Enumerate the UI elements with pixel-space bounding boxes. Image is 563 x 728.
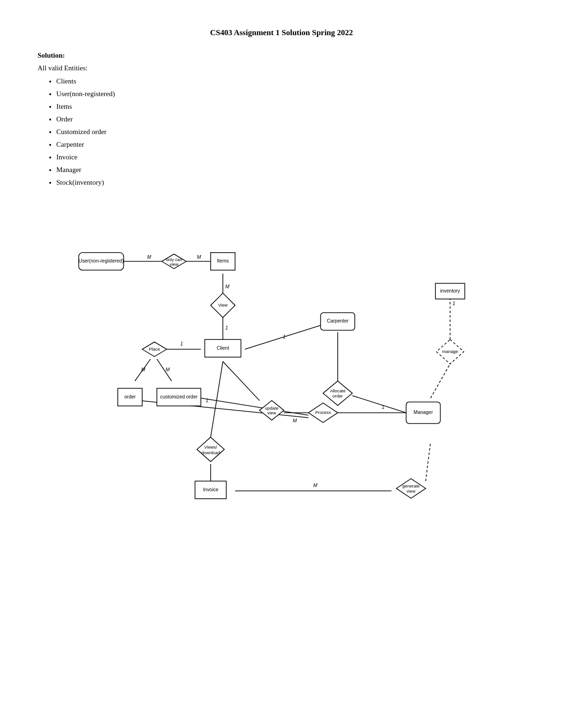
list-item: Carpenter bbox=[56, 138, 525, 151]
svg-line-15 bbox=[431, 364, 450, 398]
rel-generate-view-label: generate bbox=[403, 484, 420, 488]
list-item: Customized order bbox=[56, 126, 525, 138]
entity-order-label: order bbox=[124, 394, 136, 399]
rel-place-label: Place bbox=[149, 347, 160, 352]
card-m5: M bbox=[166, 367, 170, 372]
svg-line-20 bbox=[426, 442, 430, 481]
entity-customized-order-label: customized order bbox=[160, 394, 198, 399]
er-diagram-svg: M M M 1 1 M M 1 1 M 1 1 M bbox=[38, 208, 525, 559]
rel-allocate-order-label: Allocate bbox=[330, 389, 345, 393]
card-m3: M bbox=[225, 284, 229, 289]
entity-items-label: Items bbox=[217, 258, 228, 263]
list-item: Order bbox=[56, 113, 525, 126]
svg-line-9 bbox=[223, 361, 259, 400]
er-diagram: M M M 1 1 M M 1 1 M 1 1 M bbox=[38, 208, 525, 561]
card-1b: 1 bbox=[180, 341, 183, 346]
page-title: CS403 Assignment 1 Solution Spring 2022 bbox=[38, 28, 525, 38]
card-1a: 1 bbox=[225, 325, 228, 330]
entities-list: Clients User(non-registered) Items Order… bbox=[38, 75, 525, 189]
rel-generate-view-label2: view bbox=[407, 489, 416, 494]
card-m1: M bbox=[147, 255, 152, 260]
rel-update-view-label2: view bbox=[267, 411, 276, 415]
rel-view-label: View bbox=[218, 303, 228, 308]
rel-only-can-view-label: only can bbox=[166, 257, 182, 262]
card-1e: 1 bbox=[382, 405, 385, 410]
card-1c: 1 bbox=[206, 398, 209, 403]
entity-inventory-label: inventory bbox=[440, 288, 460, 293]
svg-line-14 bbox=[352, 396, 406, 413]
list-item: User(non-registered) bbox=[56, 88, 525, 100]
card-1f: 1 bbox=[453, 301, 456, 306]
svg-line-17 bbox=[211, 361, 223, 437]
rel-process-label: Process bbox=[315, 410, 331, 415]
card-m7: M bbox=[313, 483, 318, 488]
rel-manage-label: manage bbox=[442, 349, 458, 354]
entities-intro: All valid Entities: bbox=[38, 64, 525, 72]
list-item: Stock(inventory) bbox=[56, 176, 525, 189]
page-container: CS403 Assignment 1 Solution Spring 2022 … bbox=[0, 0, 563, 589]
card-m4: M bbox=[141, 367, 145, 372]
card-m6: M bbox=[293, 418, 297, 423]
list-item: Clients bbox=[56, 75, 525, 88]
card-m2: M bbox=[197, 255, 201, 260]
entity-manager-label: Manager bbox=[414, 410, 434, 415]
entity-invoice-label: Invoice bbox=[203, 487, 218, 492]
rel-only-can-view-label2: view bbox=[169, 262, 178, 267]
entity-user-nonreg-label: User(non-registered) bbox=[79, 258, 124, 263]
rel-views-download-label2: download bbox=[201, 450, 220, 455]
entity-client-label: Client bbox=[217, 345, 229, 351]
rel-views-download-label: Views/ bbox=[204, 445, 217, 450]
entity-carpenter-label: Carpenter bbox=[327, 318, 349, 323]
rel-update-view-label: update bbox=[265, 406, 279, 411]
list-item: Invoice bbox=[56, 151, 525, 164]
svg-line-11 bbox=[201, 398, 308, 415]
list-item: Items bbox=[56, 100, 525, 113]
card-1d: 1 bbox=[283, 334, 286, 339]
rel-allocate-order-label2: order bbox=[333, 394, 343, 398]
list-item: Manager bbox=[56, 164, 525, 176]
solution-label: Solution: bbox=[38, 52, 525, 60]
